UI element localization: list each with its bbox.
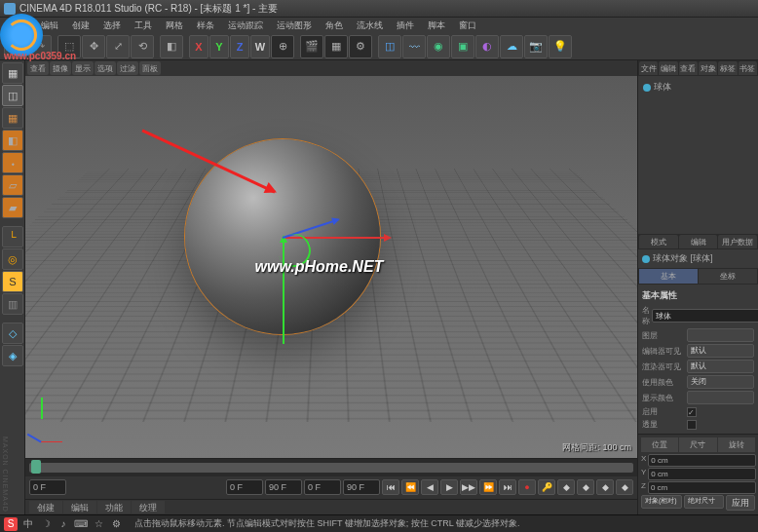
axis-z-button[interactable]: Z <box>230 35 249 58</box>
undo-button[interactable]: ↶ <box>4 35 27 58</box>
status-icon-5[interactable]: ⚙ <box>109 517 123 531</box>
snap-button[interactable]: ◎ <box>2 248 23 270</box>
om-tab-object[interactable]: 对象 <box>699 61 717 75</box>
axis-y-button[interactable]: Y <box>209 35 229 58</box>
timeline-range[interactable] <box>29 463 633 473</box>
menu-window[interactable]: 窗口 <box>453 19 482 33</box>
render-region-button[interactable]: ▦ <box>324 35 348 58</box>
menu-file[interactable]: 文件 <box>4 19 33 33</box>
vp-options-menu[interactable]: 选项 <box>95 61 116 75</box>
status-icon-2[interactable]: ♪ <box>57 517 70 531</box>
timeline-playhead[interactable] <box>31 460 41 474</box>
workplane-button[interactable]: ◧ <box>2 130 23 151</box>
menu-mesh[interactable]: 网格 <box>160 19 189 33</box>
status-icon-1[interactable]: ☽ <box>39 517 53 531</box>
apply-button[interactable]: 应用 <box>726 495 755 511</box>
3d-viewport[interactable]: www.pHome.NET 网格间距: 100 cm <box>25 76 637 458</box>
render-settings-button[interactable]: ⚙ <box>349 35 372 58</box>
coord-mode-select[interactable]: 对象(相对) <box>641 495 682 509</box>
viewport-solo2-button[interactable]: ◈ <box>2 345 23 366</box>
render-view-button[interactable]: 🎬 <box>300 35 323 58</box>
next-key-button[interactable]: ⏩ <box>479 479 497 495</box>
name-field[interactable] <box>652 309 758 323</box>
vp-camera-menu[interactable]: 摄像 <box>50 61 71 75</box>
render-vis-select[interactable]: 默认 <box>687 360 754 373</box>
attr-tab-edit[interactable]: 编辑 <box>679 235 718 248</box>
menu-plugins[interactable]: 插件 <box>391 19 420 33</box>
menu-mograph[interactable]: 运动图形 <box>271 19 318 33</box>
disp-color-field[interactable] <box>687 391 754 404</box>
rotate-button[interactable]: ⟲ <box>131 35 154 58</box>
tab-texture[interactable]: 纹理 <box>132 501 165 513</box>
scale-button[interactable]: ⤢ <box>106 35 130 58</box>
last-tool-button[interactable]: ◧ <box>160 35 183 58</box>
point-mode-button[interactable]: ⬩ <box>2 152 23 173</box>
menu-pipeline[interactable]: 流水线 <box>351 19 389 33</box>
deformer-button[interactable]: ◐ <box>475 35 499 58</box>
live-select-button[interactable]: ⬚ <box>57 35 81 58</box>
coord-sys-button[interactable]: ⊕ <box>271 35 294 58</box>
tab-create[interactable]: 创建 <box>29 501 62 513</box>
object-item-sphere[interactable]: 球体 <box>641 79 755 95</box>
vp-display-menu[interactable]: 显示 <box>72 61 94 75</box>
prev-key-button[interactable]: ⏪ <box>401 479 419 495</box>
next-frame-button[interactable]: ▶▶ <box>460 479 477 495</box>
move-button[interactable]: ✥ <box>82 35 105 58</box>
tab-function[interactable]: 功能 <box>97 501 131 513</box>
ime-mode[interactable]: 中 <box>21 517 35 531</box>
om-tab-edit[interactable]: 编辑 <box>659 61 677 75</box>
editor-vis-select[interactable]: 默认 <box>687 344 754 358</box>
goto-end-button[interactable]: ⏭ <box>499 479 516 495</box>
coords-tab-rot[interactable]: 旋转 <box>718 437 755 452</box>
coords-tab-size[interactable]: 尺寸 <box>679 437 716 452</box>
om-tab-view[interactable]: 查看 <box>679 61 698 75</box>
key-scale-button[interactable]: ◆ <box>577 479 594 495</box>
om-tab-tags[interactable]: 标签 <box>718 61 737 75</box>
attr-tab-mode[interactable]: 模式 <box>639 235 678 248</box>
coords-tab-pos[interactable]: 位置 <box>641 437 678 452</box>
menu-select[interactable]: 选择 <box>97 19 127 33</box>
menu-create[interactable]: 创建 <box>66 19 95 33</box>
polygon-mode-button[interactable]: ▰ <box>2 197 23 218</box>
om-tab-bookmark[interactable]: 书签 <box>739 61 757 75</box>
autokey-button[interactable]: 🔑 <box>538 479 555 495</box>
vp-panel-menu[interactable]: 面板 <box>139 61 161 75</box>
attr-tab-basic[interactable]: 基本 <box>639 269 698 284</box>
play-button[interactable]: ▶ <box>440 479 458 495</box>
key-pos-button[interactable]: ◆ <box>557 479 575 495</box>
model-mode-button[interactable]: ◫ <box>2 85 23 106</box>
axis-w-button[interactable]: W <box>250 35 270 58</box>
menu-edit[interactable]: 编辑 <box>35 19 64 33</box>
attr-tab-coord[interactable]: 坐标 <box>699 269 757 284</box>
generator-button[interactable]: ▣ <box>451 35 474 58</box>
xray-checkbox[interactable] <box>687 420 697 430</box>
spline-button[interactable]: 〰 <box>402 35 426 58</box>
pos-y-field[interactable] <box>648 468 756 480</box>
frame-preview-field[interactable] <box>304 479 341 495</box>
edge-mode-button[interactable]: ▱ <box>2 174 23 196</box>
menu-script[interactable]: 脚本 <box>422 19 451 33</box>
vp-view-menu[interactable]: 查看 <box>27 61 49 75</box>
axis-x-button[interactable]: X <box>189 35 208 58</box>
goto-start-button[interactable]: ⏮ <box>382 479 399 495</box>
pos-z-field[interactable] <box>648 481 756 494</box>
frame-end-field[interactable] <box>265 479 302 495</box>
tab-edit[interactable]: 编辑 <box>63 501 96 513</box>
camera-button[interactable]: 📷 <box>524 35 548 58</box>
menu-motiontrack[interactable]: 运动跟踪 <box>222 19 269 33</box>
enable-checkbox[interactable] <box>687 407 697 417</box>
menu-character[interactable]: 角色 <box>320 19 349 33</box>
redo-button[interactable]: ↷ <box>28 35 52 58</box>
light-button[interactable]: 💡 <box>549 35 572 58</box>
environment-button[interactable]: ☁ <box>500 35 523 58</box>
nurbs-button[interactable]: ◉ <box>427 35 450 58</box>
menu-tools[interactable]: 工具 <box>129 19 158 33</box>
use-color-select[interactable]: 关闭 <box>687 375 754 389</box>
scale-mode-select[interactable]: 绝对尺寸 <box>684 495 725 509</box>
attr-tab-userdata[interactable]: 用户数据 <box>718 235 757 248</box>
locked-workplane-button[interactable]: ▥ <box>2 293 23 315</box>
pos-x-field[interactable] <box>648 454 756 467</box>
record-button[interactable]: ● <box>518 479 536 495</box>
frame-start-field[interactable] <box>29 479 66 495</box>
texture-mode-button[interactable]: ▦ <box>2 107 23 129</box>
